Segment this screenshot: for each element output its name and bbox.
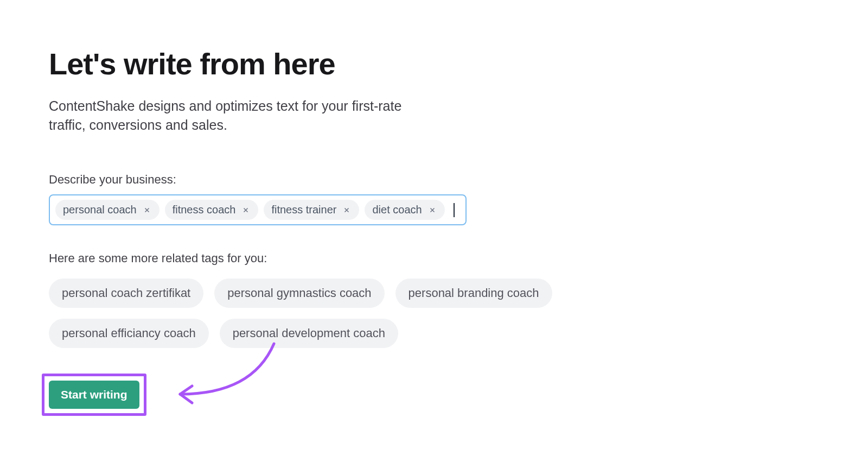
selected-tag: fitness coach [165, 200, 259, 220]
selected-tag: diet coach [365, 200, 444, 220]
suggestion-tag[interactable]: personal development coach [220, 319, 398, 348]
text-cursor [454, 203, 455, 217]
tag-label: personal coach [63, 204, 137, 216]
selected-tag: fitness trainer [264, 200, 359, 220]
start-button-wrapper: Start writing [49, 381, 139, 409]
tag-label: fitness trainer [271, 204, 336, 216]
remove-tag-icon[interactable] [427, 205, 437, 215]
suggestion-tag-list: personal coach zertifikat personal gymna… [49, 279, 591, 348]
tag-label: fitness coach [173, 204, 236, 216]
remove-tag-icon[interactable] [342, 205, 352, 215]
remove-tag-icon[interactable] [241, 205, 251, 215]
annotation-arrow-icon [168, 337, 282, 413]
suggestion-tag[interactable]: personal coach zertifikat [49, 279, 203, 308]
selected-tag: personal coach [55, 200, 159, 220]
start-writing-button[interactable]: Start writing [49, 381, 139, 409]
page-subtitle: ContentShake designs and optimizes text … [49, 97, 429, 135]
remove-tag-icon[interactable] [142, 205, 152, 215]
suggestion-tag[interactable]: personal efficiancy coach [49, 319, 209, 348]
related-tags-label: Here are some more related tags for you: [49, 251, 819, 265]
suggestion-tag[interactable]: personal branding coach [395, 279, 552, 308]
tag-label: diet coach [372, 204, 422, 216]
business-tag-input[interactable]: personal coach fitness coach fitness tra… [49, 194, 467, 225]
describe-business-label: Describe your business: [49, 173, 819, 187]
page-title: Let's write from here [49, 46, 819, 81]
suggestion-tag[interactable]: personal gymnastics coach [214, 279, 384, 308]
